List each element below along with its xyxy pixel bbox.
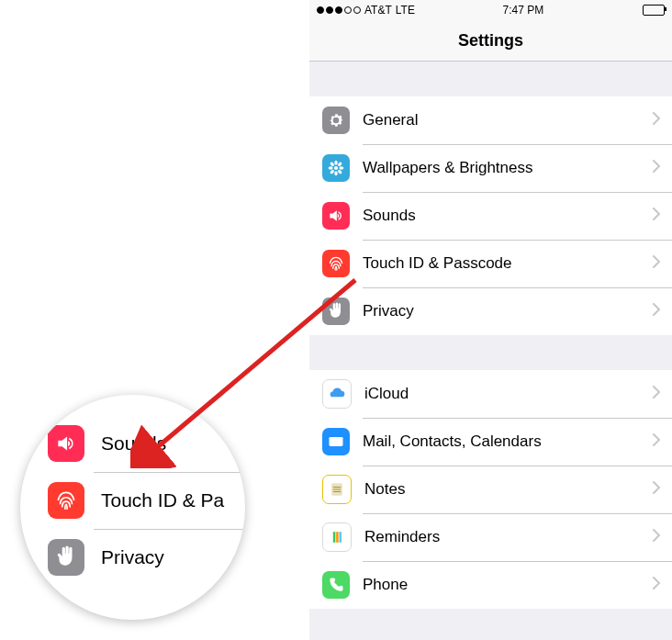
row-label: General: [363, 111, 418, 129]
battery-icon: [643, 5, 665, 16]
settings-row-cloud[interactable]: iCloud: [309, 370, 672, 418]
settings-row-notes[interactable]: Notes: [309, 466, 672, 513]
row-label: Sounds: [363, 207, 416, 225]
row-label: Reminders: [364, 528, 440, 546]
speaker-icon: [48, 425, 84, 462]
settings-row-flower[interactable]: Wallpapers & Brightness: [309, 144, 672, 192]
row-label: Touch ID & Passcode: [363, 254, 512, 273]
settings-row-speaker[interactable]: Sounds: [20, 415, 245, 472]
chevron-right-icon: [653, 112, 661, 129]
hand-icon: [322, 298, 350, 325]
chevron-right-icon: [653, 433, 661, 450]
mail-icon: [322, 428, 350, 455]
row-label: Notes: [364, 480, 405, 499]
callout-magnifier: SoundsTouch ID & PaPrivacy: [20, 395, 245, 620]
chevron-right-icon: [653, 160, 661, 176]
chevron-right-icon: [653, 255, 661, 272]
chevron-right-icon: [653, 481, 661, 498]
settings-row-mail[interactable]: Mail, Contacts, Calendars: [309, 418, 672, 466]
row-label: Privacy: [363, 302, 414, 320]
settings-row-reminders[interactable]: Reminders: [309, 513, 672, 561]
notes-icon: [322, 475, 352, 504]
cloud-icon: [322, 379, 352, 409]
chevron-right-icon: [653, 386, 661, 402]
flower-icon: [322, 154, 350, 182]
row-label: Phone: [363, 576, 408, 594]
network-label: LTE: [396, 4, 415, 17]
chevron-right-icon: [653, 208, 661, 224]
settings-row-fingerprint[interactable]: Touch ID & Pa: [20, 472, 245, 529]
row-label: iCloud: [364, 385, 409, 403]
carrier-label: AT&T: [364, 4, 392, 17]
settings-list[interactable]: GeneralWallpapers & BrightnessSoundsTouc…: [309, 62, 672, 640]
phone-icon: [322, 571, 350, 599]
settings-screen: AT&T LTE 7:47 PM Settings Ge: [309, 0, 672, 640]
signal-dots-icon: [317, 6, 361, 14]
chevron-right-icon: [653, 529, 661, 545]
row-label: Privacy: [101, 546, 164, 568]
status-bar: AT&T LTE 7:47 PM: [309, 0, 672, 20]
settings-row-phone[interactable]: Phone: [309, 561, 672, 609]
settings-row-hand[interactable]: Privacy: [20, 529, 245, 586]
row-label: Mail, Contacts, Calendars: [363, 432, 542, 451]
nav-bar: Settings: [309, 20, 672, 62]
row-label: Sounds: [101, 432, 166, 455]
fingerprint-icon: [48, 482, 84, 519]
settings-row-speaker[interactable]: Sounds: [309, 192, 672, 240]
settings-row-fingerprint[interactable]: Touch ID & Passcode: [309, 240, 672, 287]
speaker-icon: [322, 202, 350, 230]
row-label: Wallpapers & Brightness: [363, 159, 533, 177]
chevron-right-icon: [653, 577, 661, 593]
chevron-right-icon: [653, 303, 661, 320]
fingerprint-icon: [322, 250, 350, 277]
section-spacer: [309, 62, 672, 96]
section-spacer: [309, 335, 672, 370]
hand-icon: [48, 539, 84, 576]
clock: 7:47 PM: [503, 4, 544, 17]
row-label: Touch ID & Pa: [101, 489, 224, 511]
page-title: Settings: [458, 31, 523, 51]
reminders-icon: [322, 522, 352, 552]
settings-row-gear[interactable]: General: [309, 96, 672, 144]
gear-icon: [322, 107, 350, 134]
settings-row-hand[interactable]: Privacy: [309, 287, 672, 335]
